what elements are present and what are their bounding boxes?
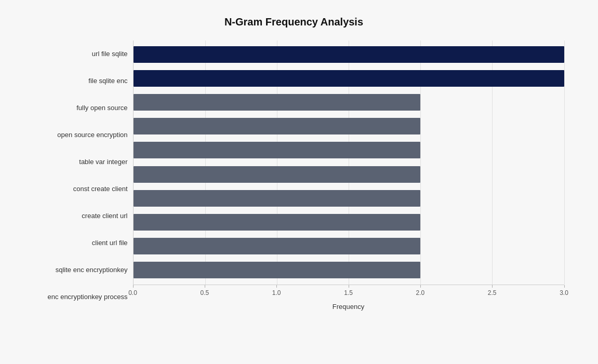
- bar: [134, 94, 421, 111]
- bar: [134, 262, 421, 278]
- x-tick-label: 3.0: [560, 289, 568, 296]
- y-label: enc encryptionkey process: [48, 292, 128, 301]
- y-label: fully open source: [76, 103, 127, 112]
- x-tick-label: 0.0: [128, 289, 137, 296]
- bar: [134, 118, 421, 134]
- bar-row: [134, 236, 564, 256]
- chart-container: N-Gram Frequency Analysis url file sqlit…: [14, 6, 585, 359]
- x-axis: 0.00.51.01.52.02.53.0 Frequency: [133, 285, 564, 311]
- bars-area: [133, 41, 564, 285]
- y-label: table var integer: [79, 157, 127, 166]
- y-label: create client url: [82, 211, 127, 220]
- bar: [134, 238, 421, 254]
- grid-line: [564, 41, 565, 285]
- x-axis-label: Frequency: [133, 303, 564, 311]
- chart-area: url file sqlitefile sqlite encfully open…: [24, 41, 564, 311]
- y-label: sqlite enc encryptionkey: [56, 265, 128, 274]
- x-tick-label: 1.0: [272, 289, 281, 296]
- x-tick-label: 1.5: [344, 289, 353, 296]
- bar-row: [134, 212, 564, 232]
- y-label: const create client: [73, 184, 128, 193]
- bar-row: [134, 140, 564, 160]
- bar: [134, 190, 421, 207]
- bar: [134, 166, 421, 183]
- x-tick-label: 2.5: [488, 289, 497, 296]
- bar-row: [134, 69, 564, 88]
- y-label: open source encryption: [57, 130, 127, 139]
- bar: [134, 214, 421, 231]
- bar-row: [134, 260, 564, 280]
- bar-row: [134, 45, 564, 64]
- bar-row: [134, 116, 564, 136]
- chart-title: N-Gram Frequency Analysis: [24, 16, 564, 28]
- x-tick-label: 0.5: [201, 289, 209, 296]
- bars-and-x: 0.00.51.01.52.02.53.0 Frequency: [133, 41, 564, 311]
- y-label: client url file: [92, 238, 128, 247]
- y-label: url file sqlite: [92, 49, 128, 58]
- x-tick-label: 2.0: [416, 289, 425, 296]
- bar: [134, 46, 564, 63]
- bar-row: [134, 165, 564, 184]
- bar-row: [134, 188, 564, 208]
- bars-wrapper: [134, 41, 564, 285]
- bar: [134, 70, 564, 87]
- y-label: file sqlite enc: [88, 76, 127, 85]
- bar: [134, 142, 421, 158]
- y-labels: url file sqlitefile sqlite encfully open…: [24, 41, 133, 311]
- bar-row: [134, 92, 564, 112]
